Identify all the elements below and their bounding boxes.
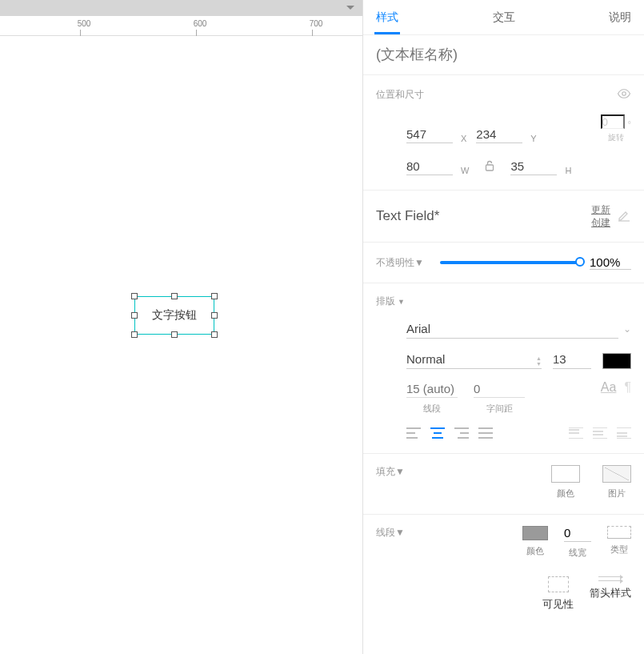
line-color-label: 颜色 xyxy=(526,545,544,557)
arrow-style-icon[interactable] xyxy=(598,576,622,581)
letter-spacing-input[interactable] xyxy=(474,380,525,398)
canvas-area: 500 600 700 文字按钮 xyxy=(0,0,363,654)
rotation-input[interactable] xyxy=(601,114,625,129)
svg-point-0 xyxy=(622,92,626,96)
opacity-row: 不透明性▼ xyxy=(363,243,644,283)
resize-handle-ne[interactable] xyxy=(211,293,218,299)
canvas[interactable]: 文字按钮 xyxy=(0,36,362,654)
component-update-link[interactable]: 更新 xyxy=(591,203,610,216)
section-title-line: 线段▼ xyxy=(376,526,405,540)
widget-text: 文字按钮 xyxy=(152,308,197,323)
resize-handle-nw[interactable] xyxy=(131,293,138,299)
width-input[interactable] xyxy=(406,158,453,175)
arrow-style-label: 箭头样式 xyxy=(590,586,631,600)
text-case-icon[interactable]: Aa xyxy=(601,380,617,395)
selected-widget[interactable]: 文字按钮 xyxy=(134,296,214,335)
ruler-tick-label: 600 xyxy=(188,19,212,28)
ruler-tick-label: 700 xyxy=(304,19,328,28)
fill-image-swatch[interactable] xyxy=(602,465,631,483)
typography-section: 排版▼ ⌄ ▲▼ 线段 字间距 xyxy=(363,283,644,454)
slider-thumb[interactable] xyxy=(575,257,585,267)
tab-interaction[interactable]: 交互 xyxy=(419,0,588,34)
tab-style[interactable]: 样式 xyxy=(363,0,419,34)
zoom-dropdown-icon[interactable] xyxy=(346,6,354,10)
align-center-icon[interactable] xyxy=(430,427,445,439)
section-title-position: 位置和尺寸 xyxy=(376,88,424,102)
resize-handle-se[interactable] xyxy=(211,331,218,338)
resize-handle-s[interactable] xyxy=(171,331,178,338)
y-input[interactable] xyxy=(476,126,522,143)
line-color-swatch[interactable] xyxy=(522,526,548,540)
opacity-input[interactable] xyxy=(590,255,631,270)
chevron-down-icon[interactable]: ⌄ xyxy=(623,323,631,335)
fill-image-label: 图片 xyxy=(608,487,626,500)
line-type-label: 类型 xyxy=(610,544,628,556)
inspector-tabs: 样式 交互 说明 xyxy=(363,0,644,35)
section-title-fill: 填充▼ xyxy=(376,465,405,479)
x-input[interactable] xyxy=(406,126,453,143)
x-label: X xyxy=(461,134,466,143)
valign-bottom-icon[interactable] xyxy=(617,427,631,439)
degree-icon: ° xyxy=(628,119,631,129)
line-width-input[interactable] xyxy=(564,526,591,542)
y-label: Y xyxy=(530,134,536,143)
edit-icon[interactable] xyxy=(617,208,631,225)
font-weight-input[interactable] xyxy=(406,350,542,369)
line-height-input[interactable] xyxy=(406,380,458,398)
weight-stepper[interactable]: ▲▼ xyxy=(536,355,542,367)
component-name: Text Field* xyxy=(376,208,439,224)
w-label: W xyxy=(461,166,469,175)
text-format-icon[interactable]: ¶ xyxy=(624,380,631,395)
position-size-section: 位置和尺寸 X Y ° 旋转 W H xyxy=(363,75,644,191)
resize-handle-n[interactable] xyxy=(171,293,178,299)
opacity-label: 不透明性▼ xyxy=(376,256,424,270)
resize-handle-w[interactable] xyxy=(131,312,138,319)
align-justify-icon[interactable] xyxy=(478,427,493,439)
font-size-input[interactable] xyxy=(553,350,591,369)
align-left-icon[interactable] xyxy=(406,427,421,439)
widget-name-box xyxy=(363,35,644,75)
line-type-swatch[interactable] xyxy=(607,526,631,539)
svg-rect-1 xyxy=(486,165,494,171)
font-family-input[interactable] xyxy=(406,319,618,339)
letter-spacing-label: 字间距 xyxy=(486,403,513,415)
opacity-slider[interactable] xyxy=(440,261,580,264)
widget-name-input[interactable] xyxy=(376,46,631,63)
line-width-label: 线宽 xyxy=(569,547,586,559)
ruler-tick-label: 500 xyxy=(72,19,96,28)
text-color-swatch[interactable] xyxy=(602,353,631,369)
resize-handle-sw[interactable] xyxy=(131,331,138,338)
resize-handle-e[interactable] xyxy=(211,312,218,319)
visibility-toggle-icon[interactable] xyxy=(617,86,631,103)
border-visibility-icon[interactable] xyxy=(548,576,569,592)
align-right-icon[interactable] xyxy=(454,427,469,439)
inspector-panel: 样式 交互 说明 位置和尺寸 X Y ° 旋转 W xyxy=(363,0,644,654)
line-section: 线段▼ 颜色 线宽 类型 可见性 xyxy=(363,515,644,626)
fill-section: 填充▼ 颜色 图片 xyxy=(363,454,644,515)
border-visibility-label: 可见性 xyxy=(542,597,574,612)
fill-color-swatch[interactable] xyxy=(551,465,580,483)
valign-top-icon[interactable] xyxy=(569,427,583,439)
fill-color-label: 颜色 xyxy=(557,487,574,500)
component-row: Text Field* 更新 创建 xyxy=(363,191,644,243)
ruler-horizontal: 500 600 700 xyxy=(0,16,362,36)
component-create-link[interactable]: 创建 xyxy=(591,216,610,229)
canvas-topbar xyxy=(0,0,362,16)
valign-middle-icon[interactable] xyxy=(593,427,607,439)
h-label: H xyxy=(565,166,571,175)
line-height-label: 线段 xyxy=(423,403,441,415)
tab-notes[interactable]: 说明 xyxy=(588,0,644,34)
section-title-typography: 排版▼ xyxy=(376,295,405,308)
height-input[interactable] xyxy=(510,158,557,175)
lock-aspect-icon[interactable] xyxy=(485,160,494,174)
rotation-label: 旋转 xyxy=(608,132,624,143)
